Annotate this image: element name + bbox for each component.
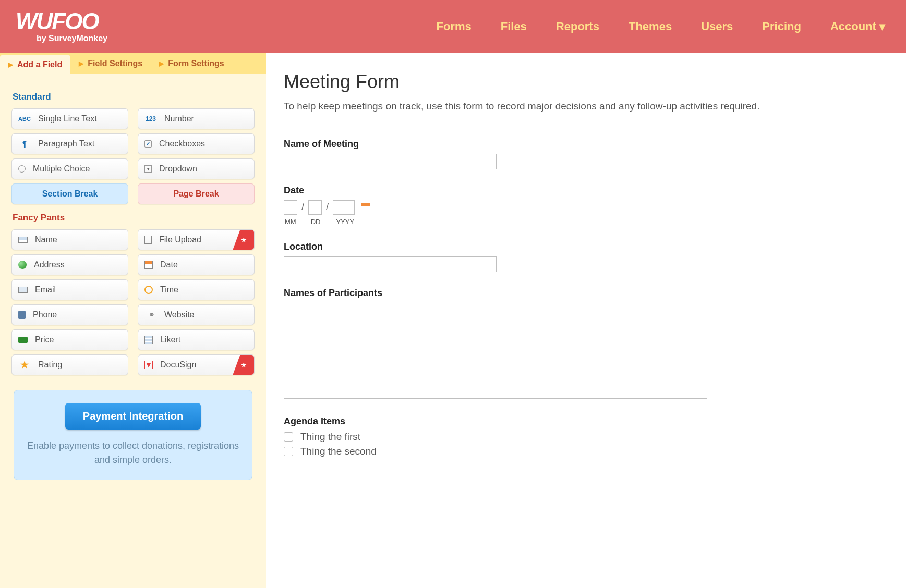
field-multiple-choice[interactable]: Multiple Choice [11, 158, 128, 179]
sublabel-mm: MM [285, 218, 296, 226]
app-header: WUFOO by SurveyMonkey Forms Files Report… [0, 0, 906, 53]
phone-icon [18, 311, 26, 319]
tab-field-settings[interactable]: ▶Field Settings [70, 53, 151, 74]
tab-add-field[interactable]: ▶Add a Field [0, 55, 70, 74]
file-icon [144, 236, 152, 244]
field-name[interactable]: Name [11, 229, 128, 250]
field-date[interactable]: Date [138, 254, 255, 275]
payment-promo: Payment Integration Enable payments to c… [14, 390, 252, 480]
field-likert[interactable]: Likert [138, 329, 255, 350]
field-label: Section Break [42, 189, 98, 199]
left-panel: ▶Add a Field ▶Field Settings ▶Form Setti… [0, 53, 266, 588]
triangle-icon: ▶ [79, 60, 83, 67]
nav-reports[interactable]: Reports [556, 20, 599, 33]
field-block-location[interactable]: Location [284, 241, 885, 272]
input-location[interactable] [284, 256, 497, 272]
number-icon: 123 [144, 114, 157, 124]
input-date-mm[interactable] [284, 200, 297, 215]
category-fancy: Fancy Pants [13, 213, 255, 223]
field-docusign[interactable]: ▼DocuSign★ [138, 354, 255, 375]
agenda-item-1[interactable]: Thing the first [284, 431, 885, 443]
nav-files[interactable]: Files [501, 20, 527, 33]
label-name-of-meeting: Name of Meeting [284, 139, 885, 150]
field-paragraph-text[interactable]: ¶Paragraph Text [11, 133, 128, 154]
panel-tabs: ▶Add a Field ▶Field Settings ▶Form Setti… [0, 53, 266, 74]
nav-users[interactable]: Users [701, 20, 733, 33]
field-label: Number [164, 114, 194, 124]
field-block-participants[interactable]: Names of Participants [284, 288, 885, 400]
date-separator: / [301, 202, 304, 213]
clock-icon [144, 286, 153, 294]
tab-add-field-label: Add a Field [17, 60, 62, 69]
field-checkboxes[interactable]: Checkboxes [138, 133, 255, 154]
label-location: Location [284, 241, 885, 252]
field-section-break[interactable]: Section Break [11, 183, 128, 204]
premium-star-icon: ★ [233, 354, 255, 375]
radio-icon [18, 165, 26, 173]
field-label: Price [35, 335, 54, 345]
field-email[interactable]: Email [11, 279, 128, 300]
field-label: Date [160, 260, 178, 270]
input-date-yyyy[interactable] [333, 200, 355, 215]
sublabel-dd: DD [311, 218, 321, 226]
field-label: Phone [33, 310, 57, 320]
field-label: Time [160, 285, 178, 295]
field-website[interactable]: ⚭Website [138, 304, 255, 325]
field-block-agenda[interactable]: Agenda Items Thing the first Thing the s… [284, 416, 885, 457]
field-label: Name [35, 235, 57, 244]
payment-integration-button[interactable]: Payment Integration [65, 403, 201, 430]
field-address[interactable]: Address [11, 254, 128, 275]
field-block-name-of-meeting[interactable]: Name of Meeting [284, 139, 885, 169]
main-nav: Forms Files Reports Themes Users Pricing… [436, 20, 890, 33]
field-label: Page Break [173, 189, 219, 199]
category-standard: Standard [13, 92, 255, 102]
field-price[interactable]: Price [11, 329, 128, 350]
label-participants: Names of Participants [284, 288, 885, 299]
field-phone[interactable]: Phone [11, 304, 128, 325]
field-number[interactable]: 123Number [138, 108, 255, 129]
field-label: Multiple Choice [33, 164, 90, 174]
field-label: Website [164, 310, 195, 320]
form-title[interactable]: Meeting Form [284, 71, 885, 93]
field-file-upload[interactable]: File Upload★ [138, 229, 255, 250]
triangle-icon: ▶ [159, 60, 164, 67]
sublabel-yyyy: YYYY [336, 218, 354, 226]
field-rating[interactable]: ★Rating [11, 354, 128, 375]
checkbox-agenda-1[interactable] [284, 432, 293, 442]
tab-form-settings[interactable]: ▶Form Settings [151, 53, 233, 74]
field-single-line-text[interactable]: ABCSingle Line Text [11, 108, 128, 129]
globe-icon [18, 261, 27, 269]
field-label: DocuSign [160, 360, 196, 370]
abc-icon: ABC [18, 114, 31, 124]
field-page-break[interactable]: Page Break [138, 183, 255, 204]
agenda-item-2[interactable]: Thing the second [284, 446, 885, 457]
form-description[interactable]: To help keep meetings on track, use this… [284, 99, 885, 126]
nav-account[interactable]: Account [830, 20, 885, 33]
calendar-picker-icon[interactable] [361, 203, 370, 212]
field-dropdown[interactable]: Dropdown [138, 158, 255, 179]
field-label: Email [35, 285, 56, 295]
field-time[interactable]: Time [138, 279, 255, 300]
input-date-dd[interactable] [308, 200, 322, 215]
nav-forms[interactable]: Forms [436, 20, 471, 33]
textarea-participants[interactable] [284, 303, 707, 399]
label-agenda: Agenda Items [284, 416, 885, 427]
field-block-date[interactable]: Date / / MM DD YYYY [284, 185, 885, 226]
field-label: Likert [160, 335, 180, 345]
likert-icon [144, 336, 153, 344]
tab-form-settings-label: Form Settings [168, 59, 224, 68]
nav-themes[interactable]: Themes [629, 20, 672, 33]
money-icon [18, 337, 28, 343]
idcard-icon [18, 237, 28, 243]
date-separator: / [326, 202, 329, 213]
checkbox-agenda-2[interactable] [284, 447, 293, 456]
field-label: Single Line Text [38, 114, 97, 124]
input-name-of-meeting[interactable] [284, 154, 497, 169]
calendar-icon [144, 261, 153, 269]
nav-pricing[interactable]: Pricing [762, 20, 801, 33]
field-label: Paragraph Text [38, 139, 94, 149]
logo-sub: by SurveyMonkey [37, 34, 107, 43]
field-label: Checkboxes [159, 139, 205, 149]
logo: WUFOO by SurveyMonkey [16, 10, 107, 43]
field-label: File Upload [159, 235, 201, 244]
